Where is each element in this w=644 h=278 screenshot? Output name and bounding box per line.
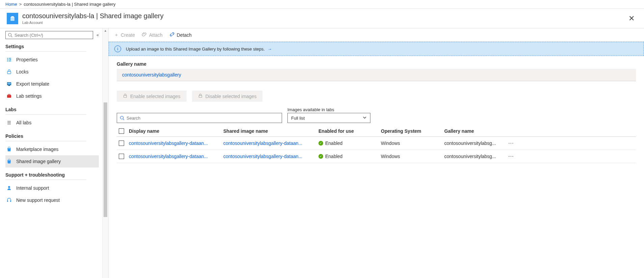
header-os[interactable]: Operating System (381, 128, 444, 134)
gallery-name-bar: contosouniversitylabsgallery (117, 69, 636, 81)
row-more-button[interactable]: ··· (504, 153, 518, 159)
arrow-right-icon[interactable]: → (268, 47, 272, 52)
header-enabled[interactable]: Enabled for use (318, 128, 381, 134)
select-all-checkbox[interactable] (119, 128, 124, 134)
gallery-name-label: Gallery name (117, 61, 636, 67)
svg-rect-7 (7, 83, 11, 85)
cell-os: Windows (381, 154, 444, 159)
section-policies: Policies (5, 133, 99, 139)
check-icon: ✓ (318, 154, 323, 159)
lock-icon (6, 69, 12, 75)
plus-icon: ＋ (114, 32, 119, 38)
sidebar-item-shared-image-gallery[interactable]: Shared image gallery (5, 155, 99, 167)
gallery-link[interactable]: contosouniversitylabsgallery (122, 72, 181, 78)
briefcase-icon (6, 93, 12, 99)
svg-rect-5 (7, 71, 11, 74)
header-gallery[interactable]: Gallery name (444, 128, 504, 134)
breadcrumb: Home > contosouniversitylabs-la | Shared… (0, 0, 644, 9)
sidebar-scrollbar[interactable]: ▲ (102, 28, 108, 278)
row-more-button[interactable]: ··· (504, 140, 518, 146)
svg-rect-13 (10, 200, 11, 202)
table-header: Display name Shared image name Enabled f… (117, 126, 636, 137)
sidebar-item-locks[interactable]: Locks (5, 66, 99, 78)
row-checkbox[interactable] (119, 141, 124, 146)
search-icon (120, 116, 124, 120)
cell-shared-name[interactable]: contosouniversitylabsgallery-dataan... (223, 141, 318, 146)
section-labs: Labs (5, 107, 99, 112)
lock-icon (198, 93, 203, 99)
svg-rect-8 (8, 85, 10, 86)
properties-icon (6, 57, 12, 63)
breadcrumb-current: contosouniversitylabs-la | Shared image … (24, 2, 115, 7)
info-icon: i (114, 45, 121, 52)
export-icon (6, 81, 12, 87)
search-icon (8, 33, 12, 37)
page-header: contosouniversitylabs-la | Shared image … (0, 9, 644, 28)
filter-label: Images available in labs (287, 107, 370, 112)
cell-gallery: contosouniversitylabsg... (444, 141, 504, 146)
svg-rect-10 (8, 94, 10, 95)
toolbar: ＋ Create Attach Detach (109, 28, 644, 42)
table-row: contosouniversitylabsgallery-dataan... c… (117, 137, 636, 150)
cell-shared-name[interactable]: contosouniversitylabsgallery-dataan... (223, 154, 318, 159)
person-icon (6, 185, 12, 191)
table-row: contosouniversitylabsgallery-dataan... c… (117, 150, 636, 163)
bag-icon (6, 146, 12, 152)
sidebar-item-marketplace-images[interactable]: Marketplace images (5, 143, 99, 155)
svg-rect-12 (7, 200, 8, 202)
attach-button: Attach (142, 32, 163, 38)
sidebar-search-input[interactable] (15, 33, 91, 38)
sidebar-item-all-labs[interactable]: All labs (5, 117, 99, 129)
sidebar-item-properties[interactable]: Properties (5, 54, 99, 66)
detach-button[interactable]: Detach (169, 32, 192, 38)
image-search-input[interactable] (127, 116, 279, 121)
page-subtitle: Lab Account (22, 21, 164, 25)
detach-icon (169, 32, 175, 38)
close-button[interactable]: ✕ (626, 13, 637, 24)
lab-account-icon (7, 13, 18, 24)
svg-point-2 (9, 58, 10, 59)
page-title: contosouniversitylabs-la | Shared image … (22, 12, 164, 20)
image-search-box[interactable] (117, 113, 282, 123)
sidebar: « Settings Properties Locks Export templ… (0, 28, 109, 278)
svg-point-0 (8, 33, 11, 36)
svg-point-4 (9, 61, 10, 61)
unlock-icon (123, 93, 128, 99)
breadcrumb-home[interactable]: Home (5, 2, 17, 7)
cell-os: Windows (381, 141, 444, 146)
images-filter-dropdown[interactable]: Full list (287, 113, 370, 123)
collapse-sidebar-button[interactable]: « (96, 33, 99, 37)
svg-rect-15 (199, 95, 202, 97)
scrollbar-thumb[interactable] (104, 102, 107, 217)
enable-selected-button: Enable selected images (117, 91, 187, 102)
scroll-up-icon: ▲ (103, 29, 108, 32)
svg-point-16 (120, 116, 123, 119)
row-checkbox[interactable] (119, 154, 124, 159)
svg-line-1 (11, 36, 12, 37)
header-display-name[interactable]: Display name (129, 128, 223, 134)
create-button: ＋ Create (114, 32, 135, 38)
sidebar-item-lab-settings[interactable]: Lab settings (5, 90, 99, 102)
cell-enabled: ✓ Enabled (318, 141, 381, 146)
breadcrumb-sep: > (19, 2, 22, 7)
cell-gallery: contosouniversitylabsg... (444, 154, 504, 159)
cell-display-name[interactable]: contosouniversitylabsgallery-dataan... (129, 154, 223, 159)
svg-line-17 (123, 119, 124, 120)
headset-icon (6, 197, 12, 203)
svg-rect-9 (7, 95, 11, 98)
sidebar-search[interactable] (5, 31, 93, 39)
cell-display-name[interactable]: contosouniversitylabsgallery-dataan... (129, 141, 223, 146)
sidebar-item-export-template[interactable]: Export template (5, 78, 99, 90)
sidebar-item-internal-support[interactable]: Internal support (5, 182, 99, 194)
info-banner: i Upload an image to this Shared Image G… (109, 42, 644, 56)
section-support: Support + troubleshooting (5, 172, 99, 178)
section-settings: Settings (5, 44, 99, 49)
svg-point-3 (10, 59, 11, 60)
list-icon (6, 120, 12, 126)
cell-enabled: ✓ Enabled (318, 154, 381, 159)
sidebar-item-new-support-request[interactable]: New support request (5, 194, 99, 206)
disable-selected-button: Disable selected images (192, 91, 263, 102)
header-shared-name[interactable]: Shared image name (223, 128, 318, 134)
chevron-down-icon (363, 116, 367, 121)
svg-rect-14 (124, 95, 127, 97)
